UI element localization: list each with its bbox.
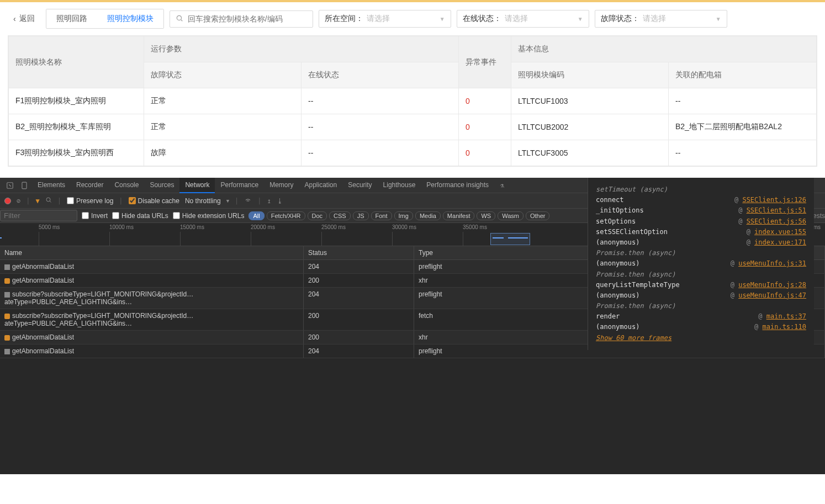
- devtools-tab[interactable]: Lighthouse: [378, 178, 421, 193]
- filter-chip[interactable]: Manifest: [443, 211, 475, 220]
- filter-chip[interactable]: CSS: [329, 211, 351, 220]
- devtools-tab[interactable]: Sources: [144, 178, 179, 193]
- preserve-log-check[interactable]: Preserve log: [67, 197, 113, 205]
- request-type-icon: [4, 278, 10, 284]
- timeline-tick: 20000 ms: [251, 224, 275, 230]
- clear-icon[interactable]: ⊘: [17, 197, 20, 205]
- request-type-icon: [4, 292, 10, 298]
- tab-group: 照明回路 照明控制模块: [46, 9, 164, 29]
- search-icon[interactable]: [45, 197, 52, 205]
- filter-chip[interactable]: Img: [394, 211, 413, 220]
- cell-code: LTLTCUF1003: [511, 88, 669, 114]
- th-event: 异常事件: [459, 36, 511, 88]
- hide-ext-label: Hide extension URLs: [182, 212, 245, 220]
- invert-check[interactable]: Invert: [82, 212, 108, 220]
- timeline-tick: 30000 ms: [392, 224, 416, 230]
- record-icon[interactable]: [4, 198, 11, 204]
- filter-chip[interactable]: All: [248, 211, 264, 220]
- devtools-tab[interactable]: Application: [299, 178, 343, 193]
- device-icon[interactable]: [18, 179, 31, 192]
- devtools-tab[interactable]: Memory: [264, 178, 299, 193]
- source-link[interactable]: useMenuInfo.js:28: [738, 281, 806, 289]
- th-request-status[interactable]: Status: [304, 246, 414, 259]
- table-row[interactable]: B2_照明控制模块_车库照明 正常 -- 0 LTLTCUB2002 B2_地下…: [9, 114, 817, 140]
- hide-ext-check[interactable]: Hide extension URLs: [173, 212, 245, 220]
- search-input[interactable]: [188, 14, 307, 23]
- tab-lighting-circuit[interactable]: 照明回路: [46, 9, 97, 28]
- throttling-select[interactable]: No throttling: [185, 197, 221, 205]
- filter-chip[interactable]: JS: [353, 211, 369, 220]
- disable-cache-check[interactable]: Disable cache: [129, 197, 179, 205]
- th-request-name[interactable]: Name: [0, 246, 304, 259]
- source-link[interactable]: useMenuInfo.js:47: [738, 291, 806, 299]
- filter-input[interactable]: [0, 210, 77, 221]
- source-link[interactable]: index.vue:171: [754, 238, 806, 246]
- devtools-tab[interactable]: Elements: [32, 178, 71, 193]
- table-row[interactable]: F1照明控制模块_室内照明 正常 -- 0 LTLTCUF1003 --: [9, 88, 817, 114]
- svg-point-4: [46, 198, 50, 201]
- upload-icon[interactable]: ↥: [267, 197, 271, 205]
- filter-chip[interactable]: Media: [415, 211, 441, 220]
- cell-code: LTLTCUB2002: [511, 114, 669, 140]
- cell-code: LTLTCUF3005: [511, 140, 669, 166]
- tab-lighting-module[interactable]: 照明控制模块: [97, 9, 163, 28]
- download-icon[interactable]: ⭳: [277, 197, 283, 205]
- source-link[interactable]: SSEClient.js:126: [742, 196, 806, 204]
- flask-icon[interactable]: ⚗: [495, 179, 509, 192]
- filter-space[interactable]: 所在空间： 请选择 ▼: [319, 10, 451, 28]
- devtools-tab[interactable]: Console: [109, 178, 144, 193]
- cell-event: 0: [459, 114, 511, 140]
- cell-online: --: [302, 114, 459, 140]
- callstack-frame: (anonymous)@ useMenuInfo.js:47: [596, 290, 806, 301]
- callstack-frame: _initOptions@ SSEClient.js:51: [596, 205, 806, 216]
- devtools-tab[interactable]: Performance insights: [421, 178, 494, 193]
- devtools-tab[interactable]: Security: [342, 178, 377, 193]
- inspect-icon[interactable]: [3, 179, 17, 192]
- right-label: ests: [813, 212, 825, 220]
- request-name: getAbnormalDataList: [0, 260, 304, 273]
- table-row[interactable]: F3照明控制模块_室内照明西 故障 -- 0 LTLTCUF3005 --: [9, 140, 817, 166]
- devtools-tab[interactable]: Recorder: [71, 178, 109, 193]
- callstack-frame: queryListTemplateType@ useMenuInfo.js:28: [596, 280, 806, 290]
- callstack-frame: (anonymous)@ index.vue:171: [596, 237, 806, 248]
- show-more-frames[interactable]: Show 60 more frames: [596, 333, 806, 343]
- filter-icon[interactable]: ▼: [35, 197, 39, 205]
- timeline-tick: 10000 ms: [109, 224, 134, 230]
- devtools-tab[interactable]: Network: [179, 178, 215, 193]
- request-name: subscribe?subscribeType=LIGHT_MONITORING…: [0, 288, 304, 309]
- filter-fault[interactable]: 故障状态： 请选择 ▼: [595, 10, 727, 28]
- wifi-icon[interactable]: [244, 196, 252, 205]
- source-link[interactable]: main.ts:37: [766, 312, 806, 320]
- back-button[interactable]: ‹ 返回: [8, 10, 40, 27]
- filter-chip[interactable]: Fetch/XHR: [267, 211, 305, 220]
- request-status: 204: [304, 260, 414, 273]
- source-link[interactable]: useMenuInfo.js:31: [738, 259, 806, 267]
- disable-cache-label: Disable cache: [138, 197, 179, 205]
- cell-event: 0: [459, 140, 511, 166]
- devtools-tab[interactable]: Performance: [215, 178, 264, 193]
- filter-online[interactable]: 在线状态： 请选择 ▼: [457, 10, 589, 28]
- request-type-icon: [4, 314, 10, 319]
- filter-chip[interactable]: Font: [371, 211, 392, 220]
- cell-name: B2_照明控制模块_车库照明: [9, 114, 144, 140]
- hide-data-check[interactable]: Hide data URLs: [112, 212, 168, 220]
- source-link[interactable]: index.vue:155: [754, 228, 806, 236]
- filter-placeholder: 请选择: [501, 14, 578, 24]
- source-link[interactable]: SSEClient.js:56: [747, 217, 806, 225]
- filter-chip[interactable]: Wasm: [498, 211, 523, 220]
- filter-chip[interactable]: Other: [526, 211, 550, 220]
- request-name: getAbnormalDataList: [0, 344, 304, 358]
- timeline-tick: 25000 ms: [321, 224, 346, 230]
- source-link[interactable]: main.ts:110: [763, 323, 806, 331]
- search-box[interactable]: [170, 10, 313, 28]
- th-box: 关联的配电箱: [669, 62, 817, 88]
- source-link[interactable]: SSEClient.js:51: [747, 206, 806, 214]
- filter-chip[interactable]: WS: [477, 211, 495, 220]
- cell-fault: 正常: [144, 114, 302, 140]
- filter-chip[interactable]: Doc: [308, 211, 327, 220]
- timeline-selection[interactable]: [490, 233, 530, 245]
- module-table: 照明模块名称 运行参数 异常事件 基本信息 故障状态 在线状态 照明模块编码 关…: [8, 35, 817, 167]
- svg-point-0: [177, 15, 181, 20]
- callstack-frame: render@ main.ts:37: [596, 311, 806, 322]
- chevron-down-icon: ▼: [578, 16, 583, 22]
